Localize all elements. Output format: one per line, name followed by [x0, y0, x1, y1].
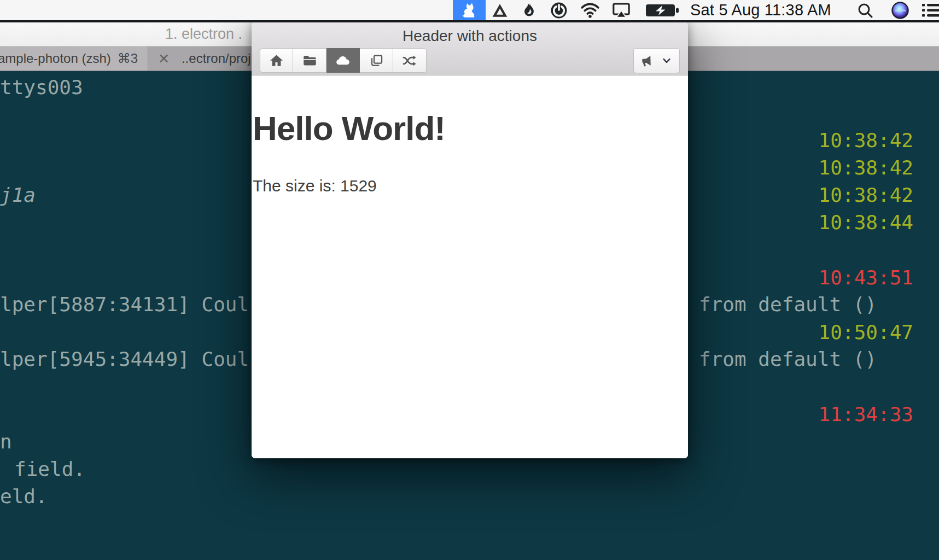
terminal-line: eld. [0, 483, 48, 510]
power-menu-extra[interactable] [546, 0, 572, 20]
shuffle-button[interactable] [393, 48, 427, 73]
terminal-line: j1a [0, 182, 36, 209]
siri-menu-extra[interactable] [890, 0, 911, 20]
photon-cat-menu-extra[interactable] [453, 0, 486, 20]
cloud-button[interactable] [326, 48, 360, 73]
battery-charging-icon [645, 3, 680, 18]
folder-icon [302, 53, 317, 68]
megaphone-icon [641, 53, 656, 68]
home-icon [269, 53, 284, 68]
terminal-tab-photon[interactable]: ample-photon (zsh) ⌘3 [0, 46, 148, 71]
flame-icon [521, 2, 538, 19]
terminal-line: lper[5887:34131] Coul [0, 291, 249, 318]
battery-menu-extra[interactable] [643, 0, 683, 20]
terminal-line: 10:38:42 [819, 154, 913, 182]
menu-bar: Sat 5 Aug 11:38 AM [0, 0, 939, 22]
terminal-window-title: 1. electron . [165, 22, 242, 46]
spotlight-menu-extra[interactable] [854, 0, 876, 20]
terminal-line: 10:50:47 [819, 319, 913, 346]
terminal-line: from default () [699, 346, 877, 373]
page-heading: Hello World! [253, 112, 688, 145]
cat-icon [460, 2, 478, 19]
photon-window: Header with actions [252, 22, 688, 458]
google-drive-menu-extra[interactable] [487, 0, 512, 20]
photon-window-titlebar[interactable]: Header with actions [252, 22, 688, 75]
menubar-clock[interactable]: Sat 5 Aug 11:38 AM [690, 0, 831, 20]
terminal-line: 10:38:44 [819, 209, 913, 236]
airplay-menu-extra[interactable] [607, 0, 635, 20]
home-button[interactable] [260, 48, 293, 73]
backblaze-menu-extra[interactable] [517, 0, 541, 20]
power-icon [550, 1, 568, 20]
terminal-line: from default () [699, 291, 877, 318]
siri-icon [891, 1, 909, 20]
terminal-line: n [0, 428, 12, 456]
wifi-icon [580, 2, 600, 19]
tab-label: ample-photon (zsh) [0, 51, 111, 66]
terminal-line: 11:34:33 [819, 401, 913, 428]
size-text: The size is: 1529 [253, 177, 688, 195]
terminal-line: 10:43:51 [819, 264, 913, 291]
google-drive-icon [491, 2, 509, 19]
airplay-display-icon [610, 1, 632, 20]
terminal-line: 10:38:42 [819, 127, 913, 154]
tab-shortcut: ⌘3 [118, 51, 138, 66]
terminal-line: field. [14, 456, 85, 483]
duplicate-window-button[interactable] [360, 48, 393, 73]
terminal-line: lper[5945:34449] Coul [0, 346, 249, 373]
announcement-dropdown-button[interactable] [633, 48, 680, 73]
terminal-line: 10:38:42 [819, 182, 913, 209]
popup-windows-icon [369, 53, 384, 68]
list-icon [922, 3, 939, 18]
wifi-menu-extra[interactable] [576, 0, 604, 20]
tab-close-icon[interactable]: ✕ [158, 51, 170, 67]
search-icon [856, 2, 874, 19]
folder-button[interactable] [293, 48, 326, 73]
cloud-icon [335, 53, 351, 68]
terminal-line: ttys003 [0, 74, 83, 101]
shuffle-icon [402, 53, 417, 68]
tab-label: ..ectron/proj [182, 51, 251, 66]
toolbar-button-group [260, 48, 427, 73]
chevron-down-icon [661, 55, 672, 66]
notification-center-menu-extra[interactable] [921, 0, 939, 20]
window-title: Header with actions [252, 22, 688, 45]
photon-window-content: Hello World! The size is: 1529 [252, 75, 688, 458]
